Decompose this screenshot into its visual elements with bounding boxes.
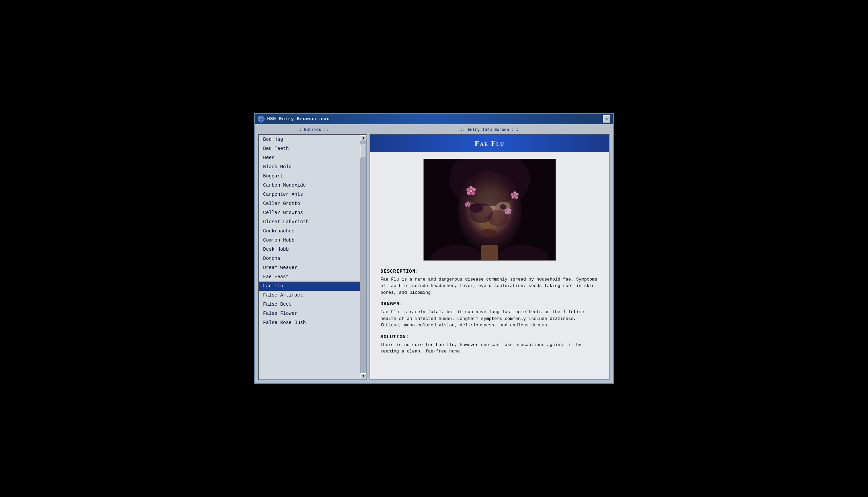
entry-item-black-mold[interactable]: Black Mold xyxy=(259,162,360,172)
entry-title: Fae Flu xyxy=(475,139,504,147)
entry-item-false-artifact[interactable]: False Artifact xyxy=(259,291,360,300)
entry-item-desk-hobb[interactable]: Desk Hobb xyxy=(259,245,360,254)
entry-item-bed-hag[interactable]: Bed Hag xyxy=(259,135,360,144)
entries-header: :: Entries :: xyxy=(259,128,367,132)
svg-rect-45 xyxy=(424,159,555,260)
entry-item-fae-flu[interactable]: Fae Flu xyxy=(259,282,360,291)
info-title-bar: Fae Flu xyxy=(370,135,609,152)
entry-item-boggart[interactable]: Boggart xyxy=(259,172,360,181)
close-button[interactable]: ✕ xyxy=(603,115,610,123)
entry-item-cellar-growths[interactable]: Cellar Growths xyxy=(259,208,360,217)
entry-item-bees[interactable]: Bees xyxy=(259,153,360,162)
danger-label: DANGER: xyxy=(380,301,599,307)
description-label: DESCRIPTION: xyxy=(380,269,599,274)
entries-list: Bed HagBed TeethBeesBlack MoldBoggartCar… xyxy=(259,135,360,379)
window-title: HSH Entry Browser.exe xyxy=(267,116,330,122)
entry-item-dorcha[interactable]: Dorcha xyxy=(259,254,360,263)
screen-wrapper: HSH Entry Browser.exe ✕ :: Entries :: ::… xyxy=(248,106,620,391)
solution-text: There is no cure for Fae Flu, however on… xyxy=(380,342,599,355)
entry-item-fae-feast[interactable]: Fae Feast xyxy=(259,272,360,282)
solution-label: SOLUTION: xyxy=(380,334,599,340)
entry-item-carbon-monoxide[interactable]: Carbon Monoxide xyxy=(259,181,360,190)
scroll-down-button[interactable]: ▼ xyxy=(361,373,367,379)
scrollbar-thumb[interactable] xyxy=(361,144,366,158)
svg-point-1 xyxy=(260,118,261,119)
svg-point-0 xyxy=(259,117,263,121)
main-content: Bed HagBed TeethBeesBlack MoldBoggartCar… xyxy=(259,134,609,380)
danger-text: Fae Flu is rarely fatal, but it can have… xyxy=(380,309,599,329)
entry-item-false-rose-bush[interactable]: False Rose Bush xyxy=(259,318,360,327)
info-header: ::: Entry Info Screen ::: xyxy=(367,128,609,132)
description-text: Fae Flu is a rare and dangerous disease … xyxy=(380,276,599,296)
entry-image xyxy=(424,159,556,260)
entry-item-cellar-grotto[interactable]: Cellar Grotto xyxy=(259,199,360,208)
section-headers: :: Entries :: ::: Entry Info Screen ::: xyxy=(259,128,609,132)
title-bar: HSH Entry Browser.exe ✕ xyxy=(255,114,613,124)
scrollbar-track[interactable] xyxy=(361,141,366,373)
window-body: :: Entries :: ::: Entry Info Screen ::: … xyxy=(255,124,613,383)
entry-item-carpenter-ants[interactable]: Carpenter Ants xyxy=(259,190,360,199)
entries-panel: Bed HagBed TeethBeesBlack MoldBoggartCar… xyxy=(259,134,367,380)
scroll-up-button[interactable]: ▲ xyxy=(361,135,367,141)
scrollbar[interactable]: ▲ ▼ xyxy=(360,135,366,379)
info-body: DESCRIPTION: Fae Flu is a rare and dange… xyxy=(370,152,609,367)
app-icon xyxy=(258,116,264,123)
window: HSH Entry Browser.exe ✕ :: Entries :: ::… xyxy=(254,113,614,384)
entry-item-bed-teeth[interactable]: Bed Teeth xyxy=(259,144,360,153)
entry-item-dream-weaver[interactable]: Dream Weaver xyxy=(259,263,360,272)
entry-item-false-beet[interactable]: False Beet xyxy=(259,300,360,309)
entries-with-scroll: Bed HagBed TeethBeesBlack MoldBoggartCar… xyxy=(259,135,366,379)
entry-item-cockroaches[interactable]: Cockroaches xyxy=(259,227,360,236)
entry-item-false-flower[interactable]: False Flower xyxy=(259,309,360,318)
title-bar-left: HSH Entry Browser.exe xyxy=(258,116,330,123)
info-panel: Fae Flu xyxy=(370,134,609,380)
entry-item-common-hobb[interactable]: Common Hobb xyxy=(259,236,360,245)
image-container xyxy=(380,159,599,260)
entry-item-closet-labyrinth[interactable]: Closet Labyrinth xyxy=(259,217,360,227)
